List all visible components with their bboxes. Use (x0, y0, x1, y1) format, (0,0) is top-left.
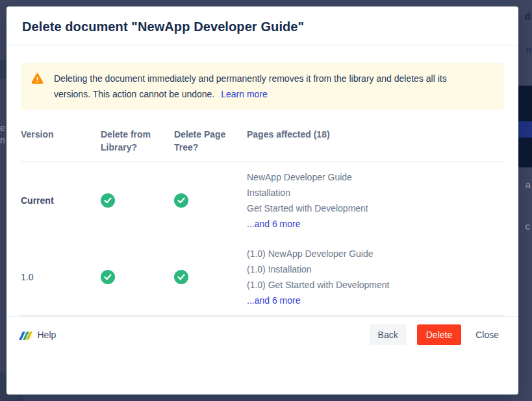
warning-banner: Deleting the document immediately and pe… (21, 63, 504, 110)
and-more-link[interactable]: ...and 6 more (247, 219, 301, 229)
column-header-delete-from-library: Delete from Library? (101, 128, 174, 154)
dialog-title: Delete document "NewApp Developer Guide" (22, 19, 503, 34)
background-partial-text: ri (526, 44, 531, 55)
close-button[interactable]: Close (472, 324, 503, 345)
back-button[interactable]: Back (370, 324, 407, 345)
background-partial-text: a (526, 179, 531, 190)
page-name: (1.0) Get Started with Development (247, 277, 504, 293)
dialog-footer: Help Back Delete Close (6, 316, 518, 345)
page-name: Get Started with Development (247, 200, 504, 216)
table-header-row: Version Delete from Library? Delete Page… (21, 128, 504, 162)
delete-from-library-status (101, 270, 174, 284)
dialog-body: Deleting the document immediately and pe… (6, 45, 518, 316)
pages-affected-list: NewApp Developer Guide Installation Get … (247, 169, 504, 232)
page-name: (1.0) NewApp Developer Guide (247, 246, 504, 261)
warning-icon (31, 73, 44, 87)
page-name: (1.0) Installation (247, 261, 504, 277)
footer-buttons: Back Delete Close (370, 324, 503, 345)
page-name: NewApp Developer Guide (247, 169, 504, 185)
delete-button[interactable]: Delete (417, 324, 461, 345)
dialog-header: Delete document "NewApp Developer Guide" (6, 6, 518, 45)
pages-affected-list: (1.0) NewApp Developer Guide (1.0) Insta… (247, 246, 504, 308)
background-fragment (0, 60, 6, 79)
delete-page-tree-status (174, 193, 247, 208)
help-label: Help (38, 330, 57, 340)
scroll-apps-logo-icon (21, 330, 32, 340)
table-row: 1.0 (1.0) NewApp Developer Guide (1.0) I… (21, 239, 504, 316)
column-header-pages-affected: Pages affected (18) (247, 128, 504, 154)
check-icon (174, 193, 188, 208)
delete-document-dialog: Delete document "NewApp Developer Guide"… (6, 6, 518, 395)
version-label: Current (21, 195, 101, 206)
version-label: 1.0 (21, 272, 101, 282)
delete-page-tree-status (174, 270, 247, 284)
page-name: Installation (247, 185, 504, 200)
check-icon (174, 270, 188, 284)
check-icon (101, 193, 115, 208)
column-header-delete-page-tree: Delete Page Tree? (174, 128, 247, 154)
check-icon (101, 270, 115, 284)
and-more-link[interactable]: ...and 6 more (247, 295, 301, 306)
background-partial-text: d (525, 10, 531, 21)
help-button[interactable]: Help (21, 330, 56, 340)
versions-table: Version Delete from Library? Delete Page… (21, 128, 504, 316)
delete-from-library-status (101, 193, 174, 208)
learn-more-link[interactable]: Learn more (221, 89, 268, 99)
background-partial-text: e (0, 123, 5, 133)
background-fragment (518, 121, 532, 138)
table-row: Current NewApp Developer Guide Installat… (21, 162, 504, 239)
background-partial-text: c (526, 221, 531, 232)
warning-text: Deleting the document immediately and pe… (54, 71, 475, 102)
column-header-version: Version (21, 128, 101, 154)
